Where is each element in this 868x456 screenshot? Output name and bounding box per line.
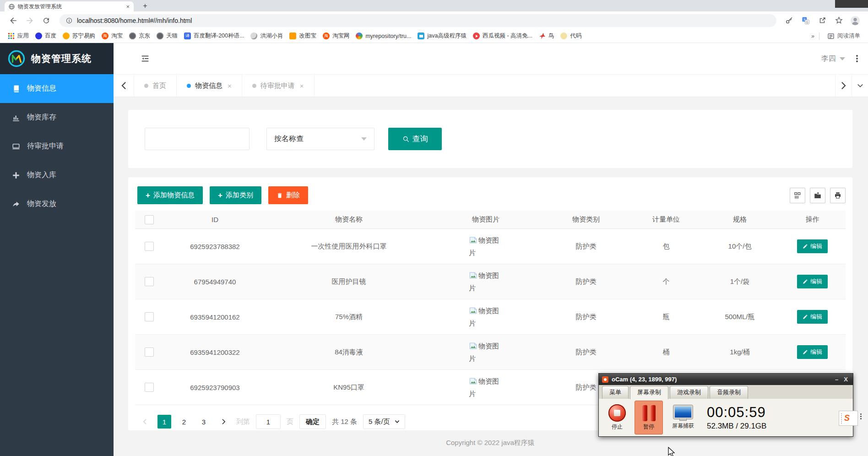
bookmark-item[interactable]: 京东 [126, 31, 153, 41]
sogou-kebab-icon[interactable] [860, 413, 862, 415]
ocam-window[interactable]: oCam (4, 23, 1899, 997) – X 菜单 屏幕录制 游戏录制… [598, 373, 853, 437]
add-category-button[interactable]: +添加类别 [210, 186, 261, 204]
column-header-id: ID [163, 216, 266, 223]
bookmark-star-icon[interactable] [832, 14, 845, 27]
ocam-tab-audio-record[interactable]: 音频录制 [710, 386, 748, 399]
tab-home[interactable]: 首页 [134, 75, 177, 97]
page-prev[interactable] [138, 415, 152, 429]
bookmark-item[interactable]: 代码 [557, 31, 585, 41]
tab-material-info[interactable]: 物资信息 × [177, 75, 242, 97]
drag-handle-icon [841, 413, 842, 423]
row-checkbox[interactable] [145, 347, 154, 357]
ocam-stop-button[interactable]: 停止 [602, 404, 632, 431]
sogou-ime-panel[interactable]: S [839, 411, 858, 426]
ocam-close-button[interactable]: X [844, 376, 848, 383]
tab-close-icon[interactable]: × [300, 82, 304, 90]
row-checkbox[interactable] [145, 383, 154, 392]
confirm-button[interactable]: 确定 [299, 414, 326, 429]
bookmark-item[interactable]: 淘宝 [98, 31, 126, 41]
ocam-minimize-button[interactable]: – [835, 376, 838, 383]
bookmark-apps[interactable]: 应用 [5, 31, 32, 41]
sidebar-item-material-stock[interactable]: 物资库存 [0, 103, 114, 132]
translate-icon[interactable]: 文G [799, 14, 812, 27]
sidebar-collapse-icon[interactable] [140, 54, 150, 64]
add-material-button[interactable]: +添加物资信息 [137, 186, 203, 204]
delete-button[interactable]: 删除 [268, 186, 308, 204]
ocam-tab-screen-record[interactable]: 屏幕录制 [630, 386, 668, 399]
ocam-tab-menu[interactable]: 菜单 [602, 386, 629, 399]
avatar[interactable] [849, 14, 862, 27]
cell-category: 防护类 [540, 242, 632, 251]
cell-category: 防护类 [540, 348, 632, 357]
page-size-select[interactable]: 5 条/页 [363, 414, 405, 429]
ocam-controls: 停止 暂停 屏幕捕获 00:05:59 52.3MB / 29.1GB [599, 399, 853, 436]
tab-pending-approval[interactable]: 待审批申请 × [242, 75, 315, 97]
bookmark-item[interactable]: 西瓜视频 - 高清免... [470, 31, 536, 41]
tab-close-icon[interactable]: × [126, 4, 130, 10]
toolbar-icons: 文G [783, 14, 862, 27]
sidebar-item-material-info[interactable]: 物资信息 [0, 74, 114, 103]
bookmarks-overflow-chevron[interactable]: » [811, 33, 814, 39]
tab-close-icon[interactable]: × [228, 82, 232, 90]
address-bar[interactable]: localhost:8080/home.html#//mh/info.html [60, 14, 776, 27]
back-icon[interactable] [6, 14, 20, 27]
ocam-pause-button[interactable]: 暂停 [635, 401, 663, 434]
tabs-scroll-left[interactable] [114, 75, 134, 97]
search-type-select[interactable]: 按名称查 [266, 128, 374, 150]
chevron-down-icon [395, 420, 400, 423]
row-checkbox[interactable] [145, 312, 154, 321]
username: 李四 [821, 54, 836, 64]
goto-suffix: 页 [287, 418, 293, 426]
sidebar-item-material-dispatch[interactable]: 物资发放 [0, 190, 114, 218]
reload-icon[interactable] [39, 14, 53, 27]
edit-button[interactable]: 编辑 [797, 239, 828, 253]
broken-image-icon [469, 342, 477, 350]
bookmark-item[interactable]: 百度 [32, 31, 60, 41]
columns-toggle-button[interactable] [790, 188, 805, 203]
page-button[interactable]: 2 [177, 415, 191, 429]
kebab-menu-icon[interactable] [856, 55, 858, 57]
bookmark-item[interactable]: 淘宝网 [320, 31, 353, 41]
search-input[interactable] [145, 128, 250, 150]
tabs-menu-chevron[interactable] [852, 75, 868, 97]
browser-tab[interactable]: 物资发放管理系统 × [5, 1, 134, 11]
edit-button[interactable]: 编辑 [797, 345, 828, 359]
new-tab-button[interactable]: + [140, 1, 151, 11]
table-row: 6925923788382 一次性使用医用外科口罩 物资图片 防护类 包 10个… [135, 229, 846, 264]
bookmark-item[interactable]: 天猫 [153, 31, 181, 41]
browser-tabstrip: 物资发放管理系统 × + [0, 0, 868, 11]
broken-image-icon [469, 377, 477, 385]
row-checkbox[interactable] [145, 242, 154, 251]
page-next[interactable] [217, 415, 230, 429]
edit-button[interactable]: 编辑 [797, 275, 828, 288]
page-button[interactable]: 1 [157, 415, 171, 429]
ocam-tab-game-record[interactable]: 游戏录制 [670, 386, 708, 399]
bookmark-item[interactable]: java高级程序猿 [414, 31, 469, 41]
goto-page-input[interactable] [256, 414, 281, 429]
page-button[interactable]: 3 [197, 415, 211, 429]
sidebar-item-material-inbound[interactable]: 物资入库 [0, 161, 114, 190]
sidebar-item-pending-approval[interactable]: 待审批申请 [0, 132, 114, 161]
bookmark-item[interactable]: 百度翻译-200种语... [181, 31, 247, 41]
apps-grid-icon [8, 33, 15, 39]
reading-list-button[interactable]: 阅读清单 [824, 31, 863, 41]
user-menu[interactable]: 李四 [821, 54, 845, 64]
print-button[interactable] [830, 188, 846, 203]
edit-button[interactable]: 编辑 [797, 310, 828, 324]
bookmark-item[interactable]: 洪湖小肖 [247, 31, 286, 41]
bookmark-item[interactable]: 改图宝 [286, 31, 320, 41]
select-all-checkbox[interactable] [145, 215, 154, 224]
key-icon[interactable] [783, 14, 796, 27]
export-button[interactable] [810, 188, 825, 203]
ocam-capture-button[interactable]: 屏幕捕获 [666, 405, 700, 430]
tabs-scroll-right[interactable] [835, 75, 852, 97]
ocam-titlebar[interactable]: oCam (4, 23, 1899, 997) – X [599, 374, 853, 385]
forward-icon[interactable] [23, 14, 37, 27]
query-button[interactable]: 查询 [388, 128, 442, 150]
bookmark-item[interactable]: 苏宁易购 [60, 31, 98, 41]
bookmark-item[interactable]: myrepository/tru... [353, 31, 414, 41]
row-checkbox[interactable] [145, 277, 154, 286]
site-info-icon[interactable] [66, 17, 72, 24]
share-icon[interactable] [816, 14, 829, 27]
bookmark-item[interactable]: 鸟 [536, 31, 558, 41]
